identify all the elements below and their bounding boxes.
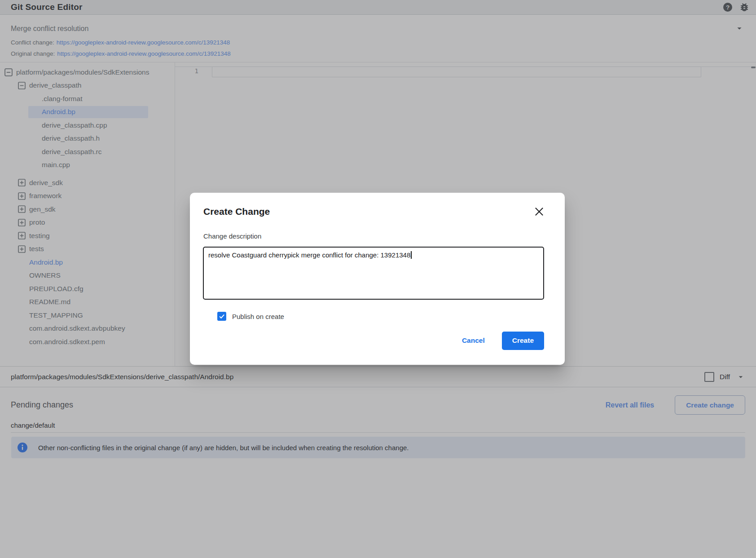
create-button[interactable]: Create	[502, 332, 544, 350]
close-icon[interactable]	[533, 205, 545, 218]
change-description-value: resolve Coastguard cherrypick merge conf…	[208, 251, 410, 259]
checkmark-icon	[218, 313, 225, 320]
publish-on-create-label: Publish on create	[232, 313, 284, 320]
create-change-dialog: Create Change Change description resolve…	[190, 193, 565, 365]
change-description-label: Change description	[203, 232, 261, 240]
cancel-button[interactable]: Cancel	[459, 336, 488, 345]
dialog-actions: Cancel Create	[459, 331, 544, 350]
publish-on-create-row[interactable]: Publish on create	[217, 312, 284, 321]
publish-on-create-checkbox[interactable]	[217, 312, 226, 321]
git-source-editor-app: Git Source Editor ? Merge conflict resol…	[0, 0, 756, 558]
text-cursor	[411, 251, 412, 259]
dialog-title: Create Change	[203, 206, 270, 217]
change-description-input[interactable]: resolve Coastguard cherrypick merge conf…	[203, 247, 544, 300]
